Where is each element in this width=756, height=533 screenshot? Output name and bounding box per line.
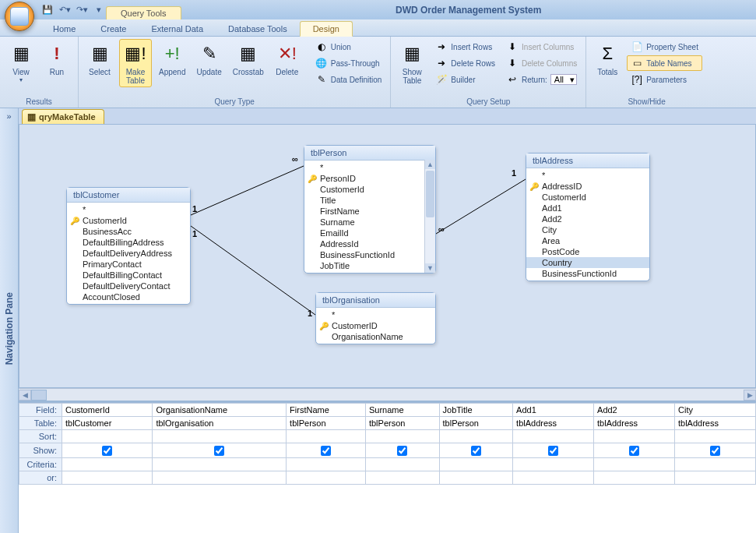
- designer-hscroll[interactable]: ◀ ▶: [19, 388, 756, 401]
- nav-expand-icon[interactable]: »: [3, 108, 14, 124]
- field-PostCode[interactable]: PostCode: [526, 246, 649, 257]
- table-header[interactable]: tblOrganisation: [316, 293, 435, 308]
- qbe-cell[interactable]: [287, 471, 366, 484]
- qbe-cell[interactable]: Surname: [365, 404, 439, 417]
- qbe-cell[interactable]: City: [675, 404, 756, 417]
- table-header[interactable]: tblPerson: [304, 146, 435, 161]
- qbe-cell[interactable]: tblAddress: [513, 417, 594, 430]
- table-scrollbar[interactable]: ▲▼: [424, 160, 435, 273]
- field-Title[interactable]: Title: [304, 195, 424, 206]
- qbe-cell[interactable]: [62, 457, 153, 471]
- field-Country[interactable]: Country: [526, 257, 649, 268]
- table-tblCustomer[interactable]: tblCustomer *🔑CustomerIdBusinessAccDefau…: [66, 187, 191, 305]
- table-tblPerson[interactable]: tblPerson *🔑PersonIDCustomerIdTitleFirst…: [304, 145, 436, 274]
- field-BusinessAcc[interactable]: BusinessAcc: [67, 226, 190, 237]
- data-definition-button[interactable]: ✎Data Definition: [311, 72, 386, 87]
- field-OrganisationName[interactable]: OrganisationName: [316, 331, 435, 342]
- field-EmailId[interactable]: EmailId: [304, 228, 424, 238]
- field-JobTitle[interactable]: JobTitle: [304, 260, 424, 271]
- qbe-cell[interactable]: OrganisationName: [153, 404, 287, 417]
- pass-through-button[interactable]: 🌐Pass-Through: [311, 55, 386, 71]
- qbe-cell[interactable]: [439, 430, 513, 443]
- qbe-cell[interactable]: tblPerson: [439, 417, 513, 430]
- qbe-cell[interactable]: [365, 457, 439, 471]
- qbe-cell[interactable]: [62, 443, 153, 458]
- table-header[interactable]: tblAddress: [526, 154, 649, 168]
- view-button[interactable]: ▦View▾: [5, 39, 37, 86]
- property-sheet-button[interactable]: 📄Property Sheet: [627, 39, 702, 55]
- field-CustomerID[interactable]: 🔑CustomerID: [316, 320, 435, 331]
- field-Surname[interactable]: Surname: [304, 217, 424, 228]
- qbe-cell[interactable]: [153, 457, 287, 471]
- qat-customize-icon[interactable]: ▾: [92, 3, 106, 17]
- field-BusinessFunctionId[interactable]: BusinessFunctionId: [526, 268, 649, 279]
- parameters-button[interactable]: [?]Parameters: [627, 72, 702, 87]
- field-*[interactable]: *: [304, 162, 424, 173]
- qbe-cell[interactable]: [594, 457, 675, 471]
- show-checkbox[interactable]: [471, 446, 481, 456]
- qbe-cell[interactable]: [287, 457, 366, 471]
- field-*[interactable]: *: [316, 309, 435, 320]
- field-PrimaryContact[interactable]: PrimaryContact: [67, 259, 190, 270]
- insert-columns-button[interactable]: ⬇Insert Columns: [502, 39, 581, 55]
- qbe-cell[interactable]: [153, 430, 287, 443]
- qbe-cell[interactable]: [513, 471, 594, 484]
- tab-create[interactable]: Create: [88, 22, 139, 36]
- qbe-cell[interactable]: Add1: [513, 404, 594, 417]
- field-DefaultBillingContact[interactable]: DefaultBillingContact: [67, 270, 190, 281]
- run-button[interactable]: !Run: [40, 39, 73, 79]
- navigation-pane[interactable]: » Navigation Pane: [0, 108, 19, 533]
- tab-database-tools[interactable]: Database Tools: [216, 22, 300, 36]
- qbe-cell[interactable]: [439, 471, 513, 484]
- qbe-cell[interactable]: [439, 457, 513, 471]
- show-checkbox[interactable]: [629, 446, 639, 456]
- qbe-cell[interactable]: [594, 471, 675, 484]
- document-tab[interactable]: ▦ qryMakeTable: [22, 109, 104, 124]
- qbe-cell[interactable]: Add2: [594, 404, 675, 417]
- field-AddressId[interactable]: AddressId: [304, 238, 424, 249]
- qbe-cell[interactable]: tblPerson: [365, 417, 439, 430]
- field-CustomerId[interactable]: CustomerId: [304, 184, 424, 195]
- show-checkbox[interactable]: [214, 446, 224, 456]
- scroll-right-icon[interactable]: ▶: [744, 390, 756, 401]
- tab-design[interactable]: Design: [300, 21, 353, 37]
- qbe-cell[interactable]: [675, 471, 756, 484]
- qbe-cell[interactable]: [62, 430, 153, 443]
- show-checkbox[interactable]: [102, 446, 112, 456]
- field-DefaultDeliveryAddress[interactable]: DefaultDeliveryAddress: [67, 248, 190, 259]
- return-combo[interactable]: All▾: [550, 74, 577, 85]
- table-tblOrganisation[interactable]: tblOrganisation *🔑CustomerIDOrganisation…: [315, 292, 436, 344]
- field-AccountClosed[interactable]: AccountClosed: [67, 291, 190, 302]
- field-*[interactable]: *: [526, 170, 649, 181]
- table-tblAddress[interactable]: tblAddress *🔑AddressIDCustomerIdAdd1Add2…: [526, 153, 650, 281]
- qbe-grid[interactable]: Field:CustomerIdOrganisationNameFirstNam…: [19, 401, 756, 533]
- field-Add1[interactable]: Add1: [526, 203, 649, 214]
- qbe-cell[interactable]: [675, 430, 756, 443]
- field-Add2[interactable]: Add2: [526, 214, 649, 224]
- append-button[interactable]: +!Append: [155, 39, 189, 79]
- return-dropdown[interactable]: ↩Return: All▾: [502, 72, 581, 87]
- qbe-cell[interactable]: CustomerId: [62, 404, 153, 417]
- qbe-cell[interactable]: [675, 457, 756, 471]
- undo-icon[interactable]: ↶▾: [58, 3, 72, 17]
- qbe-cell[interactable]: [513, 443, 594, 458]
- qbe-cell[interactable]: tblAddress: [594, 417, 675, 430]
- qbe-cell[interactable]: [594, 430, 675, 443]
- delete-rows-button[interactable]: ➜Delete Rows: [431, 55, 499, 71]
- update-button[interactable]: ✎Update: [192, 39, 225, 79]
- field-AddressID[interactable]: 🔑AddressID: [526, 181, 649, 192]
- builder-button[interactable]: 🪄Builder: [431, 72, 499, 87]
- qbe-cell[interactable]: [365, 443, 439, 458]
- qbe-cell[interactable]: JobTitle: [439, 404, 513, 417]
- redo-icon[interactable]: ↷▾: [75, 3, 89, 17]
- qbe-cell[interactable]: [513, 457, 594, 471]
- qbe-cell[interactable]: [675, 443, 756, 458]
- qbe-cell[interactable]: tblAddress: [675, 417, 756, 430]
- qbe-cell[interactable]: [594, 443, 675, 458]
- qbe-cell[interactable]: [153, 443, 287, 458]
- qbe-cell[interactable]: [365, 430, 439, 443]
- qbe-cell[interactable]: [62, 471, 153, 484]
- select-query-button[interactable]: ▦Select: [83, 39, 116, 79]
- field-DefaultDeliveryContact[interactable]: DefaultDeliveryContact: [67, 281, 190, 291]
- field-CustomerId[interactable]: CustomerId: [526, 192, 649, 203]
